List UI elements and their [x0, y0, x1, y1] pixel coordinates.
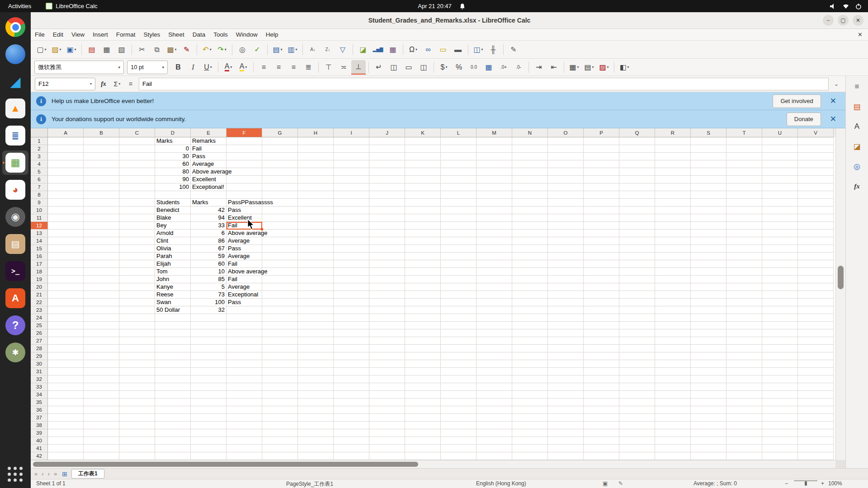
cell-G17[interactable]	[262, 260, 298, 268]
new-document-icon[interactable]: ▢▾	[34, 43, 49, 56]
cell-F9[interactable]: PassPPassassss	[226, 199, 262, 206]
cell-B22[interactable]	[84, 299, 119, 306]
cell-J31[interactable]	[369, 368, 405, 375]
cell-T12[interactable]	[726, 222, 762, 230]
cell-M30[interactable]	[476, 360, 512, 368]
cell-D32[interactable]	[155, 375, 191, 383]
cell-I38[interactable]	[334, 422, 369, 429]
cell-J24[interactable]	[369, 314, 405, 322]
cell-M35[interactable]	[476, 399, 512, 406]
cell-N42[interactable]	[512, 452, 548, 460]
cell-G13[interactable]	[262, 230, 298, 237]
cell-Q6[interactable]	[619, 176, 655, 183]
cell-A1[interactable]	[48, 137, 84, 145]
cell-Q24[interactable]	[619, 314, 655, 322]
column-header-I[interactable]: I	[334, 128, 369, 137]
cell-H35[interactable]	[298, 399, 334, 406]
cell-M37[interactable]	[476, 414, 512, 422]
cell-S21[interactable]	[691, 291, 726, 299]
maximize-window-icon[interactable]: ▢	[838, 15, 849, 26]
cell-M7[interactable]	[476, 183, 512, 191]
cell-L25[interactable]	[441, 322, 476, 329]
cell-K3[interactable]	[405, 153, 441, 160]
cell-D26[interactable]	[155, 329, 191, 337]
row-header-30[interactable]: 30	[31, 360, 48, 368]
cell-B20[interactable]	[84, 283, 119, 291]
cell-V15[interactable]	[798, 245, 834, 253]
cell-N9[interactable]	[512, 199, 548, 206]
cell-L21[interactable]	[441, 291, 476, 299]
stats-label[interactable]: Average: ; Sum: 0	[693, 480, 737, 487]
cell-E24[interactable]	[191, 314, 226, 322]
close-document-icon[interactable]: ✕	[858, 31, 868, 38]
cell-P4[interactable]	[584, 160, 619, 168]
cell-T20[interactable]	[726, 283, 762, 291]
cell-J38[interactable]	[369, 422, 405, 429]
menu-view[interactable]: View	[67, 29, 89, 41]
cell-I33[interactable]	[334, 383, 369, 391]
cell-K16[interactable]	[405, 253, 441, 260]
cell-U31[interactable]	[762, 368, 798, 375]
cell-H27[interactable]	[298, 337, 334, 345]
cell-F13[interactable]: Above average	[226, 230, 262, 237]
cell-T40[interactable]	[726, 437, 762, 445]
cell-I15[interactable]	[334, 245, 369, 253]
cell-N33[interactable]	[512, 383, 548, 391]
cell-B41[interactable]	[84, 445, 119, 452]
row-header-10[interactable]: 10	[31, 206, 48, 214]
cell-U33[interactable]	[762, 383, 798, 391]
cell-H26[interactable]	[298, 329, 334, 337]
cell-I19[interactable]	[334, 276, 369, 283]
cell-A22[interactable]	[48, 299, 84, 306]
cell-M25[interactable]	[476, 322, 512, 329]
cell-A10[interactable]	[48, 206, 84, 214]
cell-A33[interactable]	[48, 383, 84, 391]
cell-F5[interactable]	[226, 168, 262, 176]
cell-D31[interactable]	[155, 368, 191, 375]
cell-H28[interactable]	[298, 345, 334, 352]
cell-R8[interactable]	[655, 191, 691, 199]
ubuntu-software-icon[interactable]: A	[2, 286, 28, 310]
title-bar[interactable]: Student_Grades_and_Remarks.xlsx - LibreO…	[31, 12, 868, 29]
cell-S26[interactable]	[691, 329, 726, 337]
cell-K27[interactable]	[405, 337, 441, 345]
cell-D6[interactable]: 90	[155, 176, 191, 183]
cell-V11[interactable]	[798, 214, 834, 222]
cell-S1[interactable]	[691, 137, 726, 145]
cell-I31[interactable]	[334, 368, 369, 375]
cell-B17[interactable]	[84, 260, 119, 268]
cell-T7[interactable]	[726, 183, 762, 191]
cell-S38[interactable]	[691, 422, 726, 429]
cell-A37[interactable]	[48, 414, 84, 422]
cell-M24[interactable]	[476, 314, 512, 322]
cell-B2[interactable]	[84, 145, 119, 153]
cell-T15[interactable]	[726, 245, 762, 253]
cell-N5[interactable]	[512, 168, 548, 176]
menu-tools[interactable]: Tools	[209, 29, 232, 41]
cell-H16[interactable]	[298, 253, 334, 260]
headers-and-footers-icon[interactable]: ▬	[451, 43, 465, 56]
writer-icon[interactable]: ≣	[2, 123, 28, 148]
cell-T37[interactable]	[726, 414, 762, 422]
cell-V8[interactable]	[798, 191, 834, 199]
cell-I23[interactable]	[334, 306, 369, 314]
cell-V7[interactable]	[798, 183, 834, 191]
cell-S4[interactable]	[691, 160, 726, 168]
cell-A6[interactable]	[48, 176, 84, 183]
cell-G3[interactable]	[262, 153, 298, 160]
name-box[interactable]: F12 ▾	[35, 78, 95, 90]
cell-Q35[interactable]	[619, 399, 655, 406]
cell-Q31[interactable]	[619, 368, 655, 375]
cell-N12[interactable]	[512, 222, 548, 230]
row-header-14[interactable]: 14	[31, 237, 48, 245]
close-icon[interactable]: ✕	[826, 114, 840, 124]
cell-G29[interactable]	[262, 352, 298, 360]
minimize-window-icon[interactable]: −	[823, 15, 834, 26]
row-header-24[interactable]: 24	[31, 314, 48, 322]
cell-M19[interactable]	[476, 276, 512, 283]
cell-O40[interactable]	[548, 437, 584, 445]
row-header-13[interactable]: 13	[31, 230, 48, 237]
cell-R41[interactable]	[655, 445, 691, 452]
cell-E42[interactable]	[191, 452, 226, 460]
cell-J11[interactable]	[369, 214, 405, 222]
